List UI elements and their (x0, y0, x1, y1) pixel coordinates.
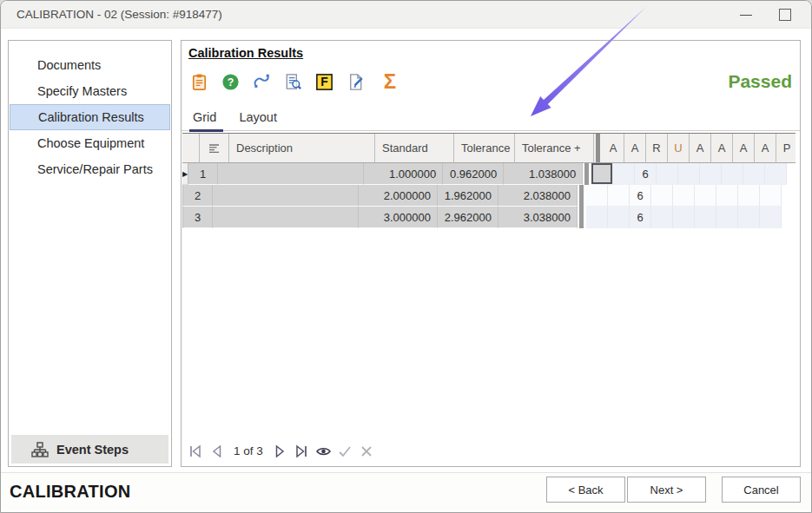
tab-layout[interactable]: Layout (235, 104, 286, 130)
grid-header-row: Description Standard Tolerance Tolerance… (182, 134, 795, 163)
r-value-cell[interactable]: 6 (635, 163, 657, 185)
column-header-a1[interactable]: A (603, 134, 624, 163)
next-record-button[interactable] (272, 443, 288, 459)
maximize-button[interactable] (779, 9, 791, 21)
svg-text:?: ? (228, 76, 234, 88)
column-header-a2[interactable]: A (624, 134, 646, 163)
cancel-changes-button[interactable] (359, 443, 375, 459)
row-number-cell[interactable]: 1 (188, 163, 218, 185)
frozen-column-divider (578, 185, 586, 207)
grid-cell[interactable] (765, 163, 787, 185)
column-header-a6[interactable]: A (755, 134, 776, 163)
standard-cell[interactable]: 1.000000 (364, 163, 443, 185)
grid-cell[interactable] (722, 163, 743, 185)
grid-cell[interactable] (695, 185, 716, 207)
grid-cell[interactable] (716, 185, 738, 207)
column-header-r[interactable]: R (646, 134, 668, 163)
help-icon[interactable]: ? (220, 71, 241, 93)
edit-document-icon[interactable] (345, 71, 366, 93)
previous-record-button[interactable] (208, 443, 225, 459)
accept-changes-button[interactable] (337, 443, 353, 459)
calibration-window: CALIBRATION - 02 (Session: #918477) Docu… (0, 0, 812, 513)
column-header-u[interactable]: U (668, 134, 690, 163)
first-record-button[interactable] (187, 443, 203, 459)
panel-splitter-grip[interactable] (174, 247, 179, 266)
tolerance-minus-cell[interactable]: 2.962000 (438, 207, 498, 228)
column-header-tolerance-minus[interactable]: Tolerance (454, 134, 515, 163)
description-cell[interactable] (218, 163, 364, 185)
column-header-a4[interactable]: A (711, 134, 733, 163)
cancel-button[interactable]: Cancel (722, 477, 801, 503)
window-title: CALIBRATION - 02 (Session: #918477) (17, 8, 222, 21)
grid-cell[interactable] (586, 207, 608, 228)
current-row-indicator: ▶ (182, 163, 188, 185)
clipboard-icon[interactable] (188, 71, 210, 93)
tolerance-plus-cell[interactable]: 3.038000 (498, 207, 578, 228)
grid-cell[interactable] (700, 163, 722, 185)
view-record-button[interactable] (315, 443, 332, 459)
frozen-column-divider (594, 134, 603, 163)
r-value-cell[interactable]: 6 (630, 185, 651, 207)
column-header-description[interactable]: Description (229, 134, 375, 163)
toolbar: ? (188, 69, 398, 94)
grid-cell[interactable] (673, 185, 695, 207)
grid-cell[interactable] (760, 185, 782, 207)
grid-cell[interactable] (760, 207, 782, 228)
grid-cell[interactable] (613, 163, 635, 185)
sidebar-item-label: Service/Repair Parts (37, 162, 153, 176)
route-icon[interactable] (251, 71, 273, 93)
next-button[interactable]: Next > (627, 477, 706, 503)
panel-heading: Calibration Results (188, 46, 303, 60)
column-header-a3[interactable]: A (690, 134, 711, 163)
preview-document-icon[interactable] (282, 71, 304, 93)
tab-strip: Grid Layout (182, 104, 800, 131)
grid-cell[interactable] (738, 185, 760, 207)
function-f-icon[interactable]: F (314, 71, 335, 93)
back-button[interactable]: < Back (546, 477, 625, 503)
tolerance-plus-cell[interactable]: 1.038000 (504, 163, 583, 185)
sidebar-item-label: Specify Masters (37, 84, 127, 98)
grid-cell[interactable] (608, 185, 630, 207)
column-header-a5[interactable]: A (733, 134, 755, 163)
grid-cell[interactable] (651, 185, 673, 207)
tab-grid[interactable]: Grid (189, 104, 225, 130)
tolerance-minus-cell[interactable]: 1.962000 (438, 185, 498, 207)
panel-splitter-grip[interactable] (793, 273, 798, 293)
grid-cell[interactable] (657, 163, 678, 185)
calibration-results-panel: Calibration Results ? (181, 40, 801, 467)
sidebar-item-service-repair-parts[interactable]: Service/Repair Parts (10, 156, 170, 182)
description-cell[interactable] (213, 185, 359, 207)
description-cell[interactable] (213, 207, 359, 228)
grid-cell[interactable] (586, 185, 608, 207)
record-navigator: 1 of 3 (187, 443, 375, 459)
grid-cell[interactable] (695, 207, 716, 228)
grid-cell[interactable] (738, 207, 760, 228)
sidebar-item-calibration-results[interactable]: Calibration Results (10, 104, 170, 130)
sigma-icon[interactable]: Σ (376, 71, 398, 93)
grid-cell[interactable] (743, 163, 765, 185)
row-number-cell[interactable]: 3 (183, 207, 213, 228)
standard-cell[interactable]: 3.000000 (359, 207, 438, 228)
row-number-header[interactable] (200, 134, 229, 163)
column-header-p[interactable]: P (776, 134, 795, 163)
grid-cell[interactable] (716, 207, 738, 228)
grid-cell[interactable] (673, 207, 695, 228)
sidebar-item-choose-equipment[interactable]: Choose Equipment (10, 130, 170, 156)
column-header-tolerance-plus[interactable]: Tolerance + (515, 134, 594, 163)
column-header-standard[interactable]: Standard (375, 134, 454, 163)
sidebar-item-documents[interactable]: Documents (10, 52, 170, 78)
r-value-cell[interactable]: 6 (630, 207, 651, 228)
event-steps-button[interactable]: Event Steps (11, 435, 168, 464)
sidebar-item-specify-masters[interactable]: Specify Masters (10, 78, 170, 104)
row-indicator-header (182, 134, 200, 163)
row-number-cell[interactable]: 2 (183, 185, 213, 207)
tolerance-minus-cell[interactable]: 0.962000 (443, 163, 504, 185)
last-record-button[interactable] (294, 443, 310, 459)
grid-cell[interactable] (608, 207, 630, 228)
selected-cell[interactable] (591, 163, 613, 185)
tolerance-plus-cell[interactable]: 2.038000 (498, 185, 578, 207)
minimize-button[interactable] (736, 10, 756, 22)
standard-cell[interactable]: 2.000000 (359, 185, 438, 207)
grid-cell[interactable] (678, 163, 700, 185)
grid-cell[interactable] (651, 207, 673, 228)
